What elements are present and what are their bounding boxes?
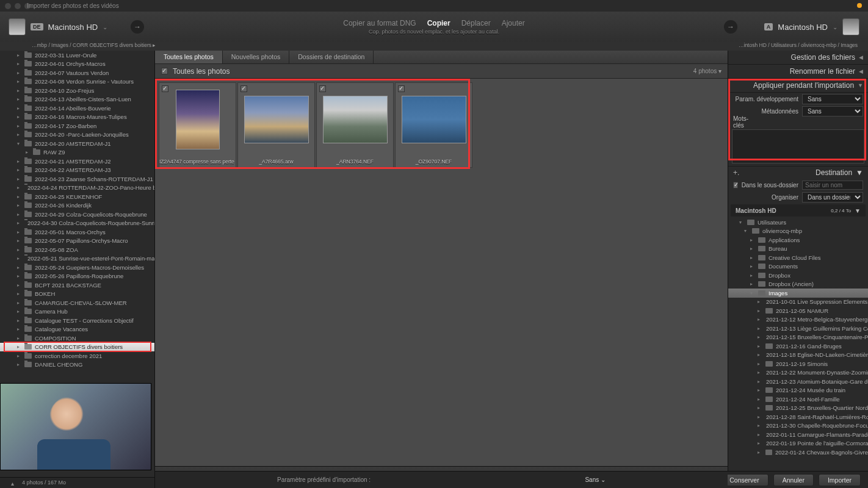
dest-tree-item[interactable]: ▸2021-12-16 Gand-Bruges — [728, 342, 868, 351]
tab-all-photos[interactable]: Toutes les photos — [155, 51, 223, 63]
disclosure-icon[interactable]: ▸ — [17, 265, 20, 270]
disclosure-icon[interactable]: ▸ — [758, 370, 760, 375]
tree-item[interactable]: ▸RAW Z9 — [0, 148, 154, 157]
disclosure-icon[interactable]: ▸ — [758, 405, 762, 411]
minimize-icon[interactable] — [15, 3, 21, 9]
disclosure-icon[interactable]: ▸ — [758, 299, 760, 304]
dest-tree-item[interactable]: ▸2021-12-25 Bruxelles-Quartier Nord — [728, 404, 868, 413]
disclosure-icon[interactable]: ▾ — [17, 141, 20, 146]
disclosure-icon[interactable]: ▸ — [17, 212, 20, 217]
disclosure-icon[interactable]: ▸ — [17, 247, 20, 253]
source-picker[interactable]: DE Macintosh HD ⌄ → — [0, 18, 153, 35]
import-button[interactable]: Importer — [819, 474, 861, 486]
tree-item[interactable]: ▸2022-04-21 AMSTERDAM-J2 — [0, 157, 154, 166]
dest-tree-item[interactable]: ▾Images — [728, 289, 868, 298]
disclosure-icon[interactable]: ▸ — [17, 132, 20, 137]
tree-item[interactable]: ▸2022-05-08 ZOA — [0, 245, 154, 254]
disclosure-icon[interactable]: ▸ — [17, 256, 20, 261]
plus-icon[interactable]: +. — [733, 168, 739, 177]
tree-item[interactable]: ▸2022-04-07 Vautours Verdon — [0, 68, 154, 77]
tree-item[interactable]: ▸2022-04-14 Abeilles-Bouverie — [0, 104, 154, 113]
disclosure-icon[interactable]: ▸ — [17, 96, 20, 102]
disclosure-icon[interactable]: ▾ — [750, 290, 755, 296]
tree-item[interactable]: ▸2022-05-01 Macros-Orchys — [0, 228, 154, 237]
disclosure-icon[interactable]: ▸ — [758, 432, 760, 437]
dest-tree-item[interactable]: ▸Creative Cloud Files — [728, 253, 868, 262]
dest-tree-item[interactable]: ▸2021-12-18 Eglise-ND-Laeken-Cimetière-C… — [728, 351, 868, 360]
disclosure-icon[interactable]: ▸ — [17, 282, 20, 288]
tree-item[interactable]: ▸2022-04-16 Macros-Maures-Tulipes — [0, 113, 154, 122]
thumbnail-grid[interactable]: IZ2A4747 compresse sans perte 3.CR3 _A7R… — [155, 79, 728, 466]
tree-item[interactable]: ▸2022-05-26 Papillons-Roquebrune — [0, 272, 154, 281]
tree-item[interactable]: ▸2022-05-24 Guepiers-Macros-Demoiselles — [0, 263, 154, 272]
disclosure-icon[interactable]: ▸ — [17, 344, 20, 350]
dest-tree-item[interactable]: ▸2021-12-28 Saint-Raphaël-Lumières-Roue — [728, 412, 868, 422]
disclosure-icon[interactable]: ▸ — [17, 79, 20, 84]
disclosure-icon[interactable]: ▸ — [758, 387, 762, 393]
disclosure-icon[interactable]: ▸ — [17, 326, 20, 332]
organize-select[interactable]: Dans un dossier — [802, 192, 863, 203]
disclosure-icon[interactable]: ▸ — [758, 379, 760, 384]
tree-item[interactable]: ▸2022-04-22 AMSTERDAM-J3 — [0, 166, 154, 175]
disclosure-icon[interactable]: ▸ — [17, 273, 20, 279]
disclosure-icon[interactable]: ▸ — [758, 423, 760, 428]
dest-tree-item[interactable]: ▸2021-12-19 Simonis — [728, 359, 868, 368]
expand-icon[interactable]: ▴ — [11, 480, 14, 487]
tree-item[interactable]: ▸2022-04-24 ROTTERDAM-J2-ZOO-Pano-Heure … — [0, 184, 154, 193]
disclosure-icon[interactable]: ▸ — [17, 106, 20, 111]
tree-item[interactable]: ▸BCPT 2021 BACKSTAGE — [0, 281, 154, 290]
disclosure-icon[interactable]: ▸ — [17, 362, 20, 367]
tree-item[interactable]: ▸COMPOSITION — [0, 334, 154, 343]
dest-tree-item[interactable]: ▸2021-12-24 Musée du train — [728, 386, 868, 395]
tree-item[interactable]: ▸CORR OBJECTIFS divers boitiers — [0, 343, 154, 352]
disclosure-icon[interactable]: ▸ — [17, 194, 20, 199]
tree-item[interactable]: ▸2022-04-29 Colza-Coquelicots-Roquebrune — [0, 210, 154, 219]
toggle-all-checkbox[interactable] — [161, 68, 168, 74]
conserve-button[interactable]: Conserver — [720, 474, 768, 486]
action-copy[interactable]: Copier — [427, 19, 450, 27]
disclosure-icon[interactable]: ▸ — [17, 238, 20, 243]
action-move[interactable]: Déplacer — [461, 19, 491, 27]
disclosure-icon[interactable]: ▸ — [17, 167, 20, 173]
tree-item[interactable]: ▸CAMARGUE-CHEVAL-SLOW-MER — [0, 298, 154, 307]
disclosure-icon[interactable]: ▸ — [17, 123, 20, 129]
dest-tree-item[interactable]: ▸2021-12-05 NAMUR — [728, 306, 868, 315]
tree-item[interactable]: ▸2022-03-31 Luver-Orule — [0, 51, 154, 60]
tree-item[interactable]: ▸2022-04-01 Orchys-Macros — [0, 60, 154, 69]
dest-tree-item[interactable]: ▸Dropbox — [728, 271, 868, 280]
disclosure-icon[interactable]: ▸ — [17, 159, 20, 164]
tree-item[interactable]: ▸2022-04-30 Colza-Coquelicots-Roquebrune… — [0, 219, 154, 228]
dest-tree-item[interactable]: ▾Utilisateurs — [728, 218, 868, 227]
tree-item[interactable]: ▸BOKEH — [0, 290, 154, 299]
disclosure-icon[interactable]: ▾ — [744, 228, 749, 234]
dest-tree-item[interactable]: ▸2021-12-15 Bruxelles-Cinquantenaire-Pan… — [728, 333, 868, 342]
disclosure-icon[interactable]: ▸ — [17, 353, 20, 359]
disclosure-icon[interactable]: ▸ — [758, 414, 760, 420]
destination-picker[interactable]: → A Macintosh HD ⌄ — [715, 18, 868, 35]
disclosure-icon[interactable]: ▸ — [758, 440, 760, 446]
disclosure-icon[interactable]: ▾ — [739, 220, 744, 225]
dest-tree-item[interactable]: ▸Dropbox (Ancien) — [728, 280, 868, 289]
disclosure-icon[interactable]: ▸ — [750, 237, 755, 243]
tree-item[interactable]: ▸2022-04-26 Kinderdijk — [0, 201, 154, 210]
destination-tree[interactable]: ▾Utilisateurs▾olivierrocq-mbp▸Applicatio… — [728, 218, 868, 457]
tree-item[interactable]: ▸2022-04-20 -Parc-Laeken-Jonquilles — [0, 131, 154, 140]
action-add[interactable]: Ajouter — [502, 19, 525, 27]
tree-item[interactable]: ▸2022-04-13 Abeilles-Cistes-San-Luen — [0, 95, 154, 104]
disclosure-icon[interactable]: ▸ — [758, 334, 760, 340]
tree-item[interactable]: ▸Catalogue TEST - Corrections Objectif — [0, 316, 154, 325]
tree-item[interactable]: ▸2022-04-23 Zaanse Schans-ROTTERDAM-J1 — [0, 174, 154, 184]
dest-tree-item[interactable]: ▸2021-12-24 Noël-Famille — [728, 395, 868, 404]
close-icon[interactable] — [5, 3, 11, 9]
disclosure-icon[interactable]: ▸ — [17, 336, 20, 341]
disclosure-icon[interactable]: ▸ — [758, 326, 760, 331]
dest-tree-item[interactable]: ▸2022-01-19 Pointe de l'aiguille-Cormora… — [728, 439, 868, 448]
rename-file-header[interactable]: Renommer le fichier◀ — [728, 65, 868, 79]
tree-item[interactable]: ▸2022-04-10 Zoo-Frejus — [0, 86, 154, 95]
dest-tree-item[interactable]: ▸Bureau — [728, 245, 868, 254]
tree-item[interactable]: ▸correction decembre 2021 — [0, 351, 154, 361]
tree-item[interactable]: ▾2022-04-20 AMSTERDAM-J1 — [0, 139, 154, 148]
chevron-down-icon[interactable]: ▼ — [855, 207, 861, 214]
disclosure-icon[interactable]: ▸ — [17, 229, 20, 235]
dest-tree-item[interactable]: ▸2021-12-13 Liège Guillemins Parking Com… — [728, 324, 868, 333]
